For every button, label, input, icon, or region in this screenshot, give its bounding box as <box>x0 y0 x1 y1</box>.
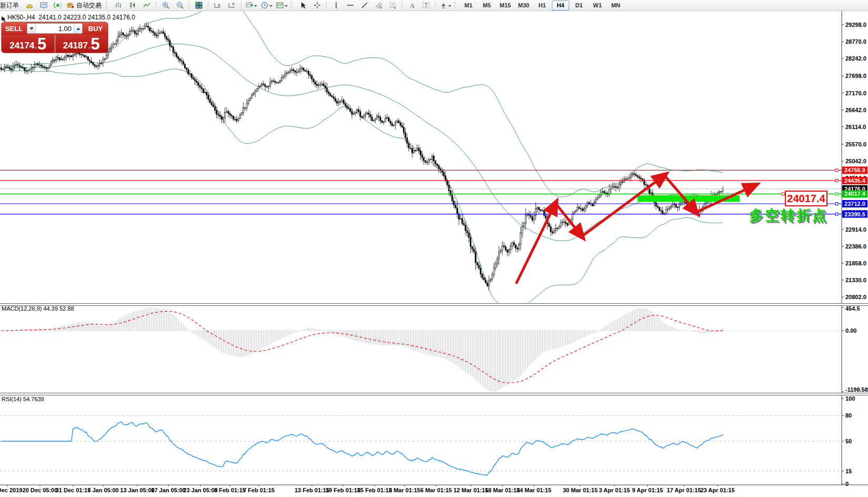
toolbar-group-timeframes: M1M5M15M30H1H4D1W1MN <box>459 0 625 11</box>
toolbar-grip <box>455 2 458 9</box>
trendline-button[interactable] <box>357 0 371 11</box>
indicators-dropdown-caret <box>254 5 257 8</box>
signals-button[interactable] <box>51 0 65 11</box>
trendline-icon <box>360 1 369 9</box>
channel-button[interactable]: E <box>371 0 386 11</box>
candlestick-button[interactable] <box>125 0 139 11</box>
timeframe-button-h4[interactable]: H4 <box>552 1 569 11</box>
sell-button[interactable]: SELL <box>2 22 26 35</box>
market-watch-button[interactable] <box>36 0 51 11</box>
volume-up-icon <box>76 25 80 30</box>
cursor-button[interactable] <box>296 0 310 11</box>
toolbar-separator <box>435 2 436 9</box>
timeframe-button-h1[interactable]: H1 <box>533 1 551 11</box>
toolbar-separator <box>189 2 189 9</box>
indicators-button[interactable] <box>244 0 259 11</box>
channel-icon: E <box>375 1 383 9</box>
chart-canvas[interactable]: 29298.028770.028242.027698.027170.026642… <box>0 0 868 497</box>
price-callout-box[interactable]: 24017.4 <box>785 191 827 206</box>
chinese-annotation-text[interactable]: 多空转折点 <box>749 206 828 225</box>
candlestick-icon <box>128 1 137 9</box>
toolbar-separator <box>208 2 208 9</box>
periods-button[interactable] <box>259 0 274 11</box>
fibonacci-button[interactable]: F <box>386 0 400 11</box>
timeframe-button-d1[interactable]: D1 <box>570 1 588 11</box>
price-callout-text: 24017.4 <box>787 193 825 205</box>
text-label-button[interactable]: T <box>419 0 433 11</box>
crosshair-button[interactable] <box>310 0 324 11</box>
macd-values: 44.39 52.88 <box>43 305 74 312</box>
rsi-label: RSI(14) 54.7639 <box>2 396 44 402</box>
svg-text:E: E <box>380 6 382 9</box>
price-big-digit: 5 <box>91 36 100 52</box>
volume-down-icon <box>29 27 34 32</box>
symbol-period-label: HK50-,H4 <box>7 14 35 21</box>
chart-shift-button[interactable] <box>225 0 239 11</box>
buy-price[interactable]: 24187.5 <box>55 35 108 53</box>
volume-increase-button[interactable] <box>74 24 82 33</box>
mt4-window: { "toolbar": { "new_order_label": "新订单",… <box>0 0 868 497</box>
crosshair-icon <box>313 1 321 9</box>
sell-price[interactable]: 24174.5 <box>2 35 55 53</box>
price-axis[interactable] <box>842 11 868 485</box>
new-order-button[interactable]: 新订单 <box>0 0 22 11</box>
pane-separator[interactable] <box>0 303 868 306</box>
tile-windows-icon <box>195 1 203 9</box>
periods-icon <box>260 1 269 9</box>
zoom-out-icon <box>176 1 184 9</box>
timeframe-button-mn[interactable]: MN <box>607 1 624 11</box>
toolbar-grip <box>106 2 110 9</box>
horizontal-line-icon <box>346 1 355 9</box>
timeframe-button-m15[interactable]: M15 <box>497 1 514 11</box>
zoom-out-button[interactable] <box>173 0 187 11</box>
auto-scroll-button[interactable] <box>210 0 225 11</box>
bar-chart-button[interactable] <box>111 0 125 11</box>
indicators-icon <box>245 1 254 9</box>
volume-decrease-button[interactable] <box>27 24 36 33</box>
toolbar-separator <box>326 2 327 9</box>
toolbar-group-charts <box>111 0 289 11</box>
price-dot: . <box>35 41 37 52</box>
timeframe-button-m5[interactable]: M5 <box>478 1 496 11</box>
vertical-line-icon <box>332 1 340 9</box>
pane-separator[interactable] <box>0 393 868 395</box>
one-click-trading-panel: SELL BUY 24174.5 24187.5 <box>2 22 108 53</box>
templates-button[interactable] <box>274 0 289 11</box>
vertical-line-button[interactable] <box>329 0 343 11</box>
zoom-in-button[interactable] <box>158 0 173 11</box>
rsi-name: RSI(14) <box>2 396 22 402</box>
main-toolbar: 新订单 自动交易 <box>0 0 868 11</box>
toolbar-grip <box>291 2 295 9</box>
arrows-button[interactable] <box>438 0 453 11</box>
svg-text:A: A <box>410 2 415 9</box>
market-watch-icon <box>39 1 48 9</box>
text-label-icon: T <box>422 1 430 9</box>
timeframe-button-m1[interactable]: M1 <box>460 1 477 11</box>
ohlc-values: 24141.0 24223.0 24135.0 24176.0 <box>38 14 135 21</box>
line-chart-icon <box>143 1 151 9</box>
sell-button-label: SELL <box>5 25 23 33</box>
charts-grid-icon <box>25 1 34 9</box>
price-big-digit: 5 <box>37 36 46 52</box>
line-chart-button[interactable] <box>139 0 154 11</box>
autotrading-button[interactable]: 自动交易 <box>65 0 105 11</box>
new-order-label: 新订单 <box>0 1 21 10</box>
buy-button[interactable]: BUY <box>83 22 108 35</box>
macd-name: MACD(12,26,9) <box>2 305 42 312</box>
templates-dropdown-caret <box>285 5 288 8</box>
zoom-in-icon <box>162 1 170 9</box>
tile-windows-button[interactable] <box>191 0 206 11</box>
charts-grid-button[interactable] <box>22 0 36 11</box>
text-button[interactable]: A <box>405 0 419 11</box>
cursor-icon <box>299 1 307 9</box>
timeframe-button-m30[interactable]: M30 <box>515 1 532 11</box>
timeframe-button-w1[interactable]: W1 <box>589 1 606 11</box>
text-icon: A <box>408 1 416 9</box>
price-integer: 24187 <box>63 39 88 52</box>
time-axis[interactable] <box>0 485 842 497</box>
chart-title: HK50-,H4 24141.0 24223.0 24135.0 24176.0 <box>7 14 135 21</box>
horizontal-line-button[interactable] <box>343 0 357 11</box>
toolbar-group-standard: 新订单 自动交易 <box>0 0 105 11</box>
auto-scroll-icon <box>214 1 222 9</box>
volume-input[interactable] <box>36 24 74 33</box>
